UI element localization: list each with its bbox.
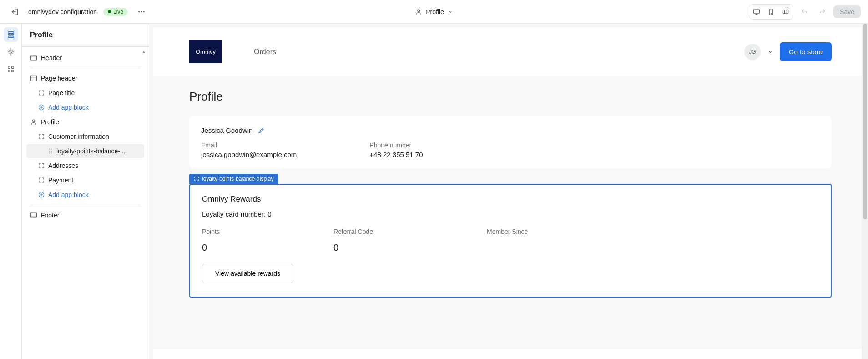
- page-selector[interactable]: Profile: [415, 8, 453, 15]
- svg-rect-15: [11, 70, 14, 72]
- svg-rect-17: [31, 76, 37, 81]
- divider: [30, 205, 141, 205]
- rewards-card: Omnivy Rewards Loyalty card number: 0 Po…: [189, 184, 832, 298]
- points-value: 0: [202, 243, 220, 253]
- exit-button[interactable]: [7, 5, 22, 19]
- more-icon: [137, 8, 146, 16]
- apps-rail-button[interactable]: [4, 62, 18, 76]
- plus-circle-icon: [38, 104, 45, 111]
- edit-name-button[interactable]: [258, 127, 264, 134]
- page-title: Profile: [189, 90, 832, 104]
- mobile-icon: [767, 8, 775, 15]
- svg-rect-10: [8, 36, 14, 38]
- scrollbar-track[interactable]: [862, 24, 868, 359]
- more-menu-button[interactable]: [134, 5, 149, 19]
- svg-point-2: [143, 11, 145, 12]
- sidebar-item-label: Profile: [41, 118, 59, 126]
- page-selector-label: Profile: [426, 8, 444, 15]
- fullwidth-view-button[interactable]: [778, 5, 793, 19]
- svg-point-21: [51, 149, 52, 150]
- svg-rect-27: [31, 213, 37, 217]
- sidebar-item-label: loyalty-points-balance-...: [56, 147, 126, 155]
- header-icon: [30, 54, 37, 61]
- topbar: omnivydev configuration Live Profile: [0, 0, 868, 24]
- sidebar-item-customer-info[interactable]: Customer information: [26, 129, 144, 144]
- settings-rail-button[interactable]: [4, 45, 18, 59]
- topbar-left: omnivydev configuration Live: [7, 5, 149, 19]
- store-header-left: Omnivy Orders: [189, 40, 276, 63]
- preview-canvas: Omnivy Orders JG Go to store Profile Jes…: [153, 27, 868, 359]
- svg-rect-14: [8, 70, 10, 72]
- customer-name-row: Jessica Goodwin: [201, 126, 820, 134]
- email-label: Email: [201, 142, 297, 149]
- svg-point-0: [138, 11, 140, 12]
- svg-rect-7: [783, 10, 788, 14]
- collapse-caret-icon[interactable]: ▲: [141, 49, 146, 54]
- sidebar-title: Profile: [22, 24, 149, 47]
- app-body: Profile ▲ Header Page header Page title …: [0, 24, 868, 359]
- sidebar-item-label: Payment: [48, 177, 73, 184]
- referral-block: Referral Code 0: [333, 228, 373, 253]
- sidebar: Profile ▲ Header Page header Page title …: [22, 24, 149, 359]
- sidebar-item-addresses[interactable]: Addresses: [26, 158, 144, 173]
- add-app-block-1[interactable]: Add app block: [26, 100, 144, 115]
- live-badge: Live: [103, 8, 128, 16]
- svg-rect-8: [8, 32, 14, 34]
- mobile-view-button[interactable]: [764, 5, 778, 19]
- svg-point-22: [49, 151, 50, 152]
- live-dot-icon: [108, 10, 111, 13]
- undo-icon: [801, 8, 808, 15]
- avatar[interactable]: JG: [744, 44, 761, 60]
- sidebar-item-label: Header: [41, 54, 62, 61]
- footer-icon: [30, 212, 37, 219]
- exit-icon: [10, 8, 19, 16]
- svg-rect-4: [754, 10, 760, 13]
- add-app-block-2[interactable]: Add app block: [26, 187, 144, 202]
- svg-point-23: [51, 151, 52, 152]
- nav-orders[interactable]: Orders: [254, 48, 276, 56]
- customer-name: Jessica Goodwin: [201, 126, 252, 134]
- redo-button[interactable]: [815, 5, 830, 19]
- sidebar-item-page-title[interactable]: Page title: [26, 86, 144, 100]
- fullwidth-icon: [782, 8, 789, 15]
- go-to-store-button[interactable]: Go to store: [780, 42, 832, 61]
- loyalty-card-number: Loyalty card number: 0: [202, 210, 819, 218]
- sidebar-item-loyalty-block[interactable]: loyalty-points-balance-...: [26, 144, 144, 158]
- undo-button[interactable]: [797, 5, 812, 19]
- sidebar-item-page-header[interactable]: Page header: [26, 71, 144, 86]
- device-switcher: [749, 4, 793, 20]
- view-rewards-button[interactable]: View available rewards: [202, 264, 293, 283]
- profile-icon: [415, 8, 422, 15]
- svg-rect-9: [8, 34, 14, 35]
- sidebar-item-profile[interactable]: Profile: [26, 115, 144, 129]
- sidebar-item-label: Addresses: [48, 162, 78, 169]
- sidebar-item-label: Customer information: [48, 133, 109, 140]
- sidebar-item-label: Add app block: [48, 104, 89, 111]
- customer-info-grid: Email jessica.goodwin@example.com Phone …: [201, 142, 820, 158]
- desktop-view-button[interactable]: [749, 5, 764, 19]
- desktop-icon: [753, 8, 760, 15]
- store-logo[interactable]: Omnivy: [189, 40, 222, 63]
- phone-label: Phone number: [369, 142, 423, 149]
- sidebar-item-payment[interactable]: Payment: [26, 173, 144, 187]
- sidebar-item-header[interactable]: Header: [26, 51, 144, 65]
- svg-point-20: [49, 149, 50, 150]
- gear-icon: [7, 48, 15, 56]
- selected-block-tag[interactable]: loyalty-points-balance-display: [189, 174, 278, 184]
- referral-label: Referral Code: [333, 228, 373, 235]
- block-icon: [38, 162, 45, 169]
- sections-rail-button[interactable]: [4, 27, 18, 42]
- points-block: Points 0: [202, 228, 220, 253]
- chevron-down-icon[interactable]: [767, 49, 773, 55]
- app-name: omnivydev configuration: [28, 8, 97, 15]
- left-rail: [0, 24, 22, 359]
- redo-icon: [819, 8, 826, 15]
- svg-point-3: [418, 10, 420, 12]
- rewards-grid: Points 0 Referral Code 0 Member Since: [202, 228, 819, 253]
- sidebar-item-footer[interactable]: Footer: [26, 208, 144, 222]
- email-value: jessica.goodwin@example.com: [201, 151, 297, 158]
- save-button[interactable]: Save: [833, 5, 861, 18]
- scrollbar-thumb[interactable]: [863, 24, 867, 219]
- preview-canvas-wrap: Omnivy Orders JG Go to store Profile Jes…: [149, 24, 868, 359]
- svg-rect-12: [8, 66, 10, 69]
